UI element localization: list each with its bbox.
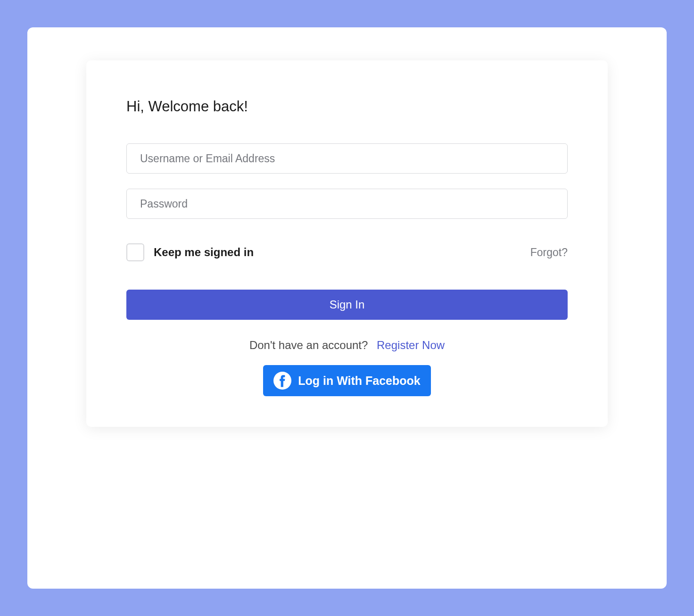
keep-signed-checkbox[interactable] xyxy=(126,243,144,261)
facebook-login-button[interactable]: Log in With Facebook xyxy=(263,365,431,396)
register-link[interactable]: Register Now xyxy=(377,339,445,351)
keep-signed-wrap: Keep me signed in xyxy=(126,243,254,261)
options-row: Keep me signed in Forgot? xyxy=(126,243,568,261)
keep-signed-label[interactable]: Keep me signed in xyxy=(154,246,254,259)
forgot-link[interactable]: Forgot? xyxy=(530,246,568,259)
register-prompt: Don't have an account? xyxy=(249,339,368,351)
signin-button[interactable]: Sign In xyxy=(126,290,568,320)
page-outer-card: Hi, Welcome back! Keep me signed in Forg… xyxy=(27,27,667,589)
facebook-row: Log in With Facebook xyxy=(126,365,568,396)
password-input[interactable] xyxy=(126,189,568,219)
login-card: Hi, Welcome back! Keep me signed in Forg… xyxy=(86,60,608,427)
page-title: Hi, Welcome back! xyxy=(126,98,568,115)
facebook-icon xyxy=(273,372,291,390)
facebook-button-label: Log in With Facebook xyxy=(298,374,421,388)
username-input[interactable] xyxy=(126,143,568,174)
register-row: Don't have an account? Register Now xyxy=(126,339,568,352)
